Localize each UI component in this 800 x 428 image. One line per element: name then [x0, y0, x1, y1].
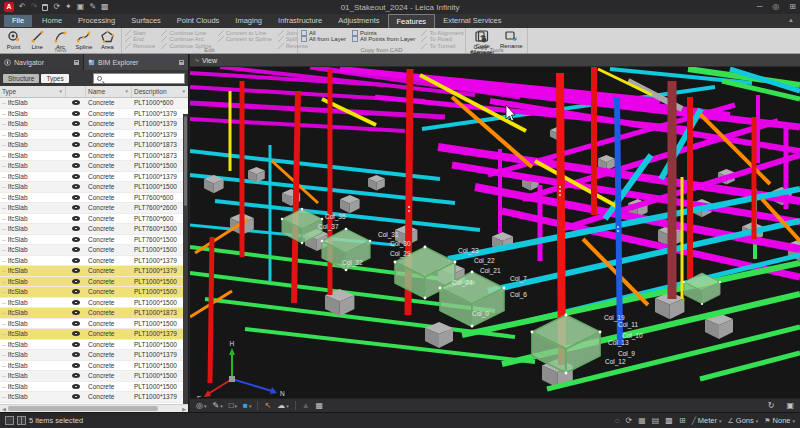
devices-icon[interactable]: ▩: [101, 2, 109, 12]
table-row[interactable]: –IfcSlab Concrete PLT7600*1500: [0, 224, 188, 235]
table-row[interactable]: –IfcSlab Concrete PLT1000*1379: [0, 119, 188, 130]
tab-file[interactable]: File: [4, 15, 32, 27]
table-row[interactable]: –IfcSlab Concrete PLT1000*1379: [0, 130, 188, 141]
table-row[interactable]: –IfcSlab Concrete PLT7600*600: [0, 193, 188, 204]
table-row[interactable]: –IfcSlab Concrete PLT1000*1873: [0, 308, 188, 319]
filter-icon[interactable]: ▼: [57, 89, 63, 94]
vertical-scrollbar[interactable]: [183, 114, 188, 404]
table-row[interactable]: –IfcSlab Concrete PLT1000*1379: [0, 109, 188, 120]
scrollbar-thumb[interactable]: [184, 116, 187, 206]
layers-icon[interactable]: ▩: [665, 416, 673, 425]
layout-button[interactable]: ⊞: [789, 2, 796, 12]
copy-all-button[interactable]: All: [301, 30, 346, 36]
3d-canvas[interactable]: Col_36 Col_37 Col_31 Col_30 Col_29 Col_3…: [190, 67, 800, 398]
filter-icon[interactable]: ▼: [180, 89, 186, 94]
visibility-eye-icon[interactable]: [72, 184, 80, 189]
panel-toggle-icon[interactable]: [5, 416, 14, 425]
table-row[interactable]: –IfcSlab Concrete PLT1000*1500: [0, 361, 188, 372]
tab-imaging[interactable]: Imaging: [227, 14, 270, 28]
visibility-eye-icon[interactable]: [72, 300, 80, 305]
tab-point-clouds[interactable]: Point Clouds: [169, 14, 228, 28]
visibility-eye-icon[interactable]: [72, 384, 80, 389]
minimize-button[interactable]: ─: [757, 2, 763, 12]
tools-icon[interactable]: ✎: [89, 2, 96, 12]
bim-explorer-panel-header[interactable]: BIM Explorer: [84, 54, 188, 70]
point-cloud-button[interactable]: ☁▾: [275, 401, 291, 410]
table-row[interactable]: –IfcSlab Concrete PLT1000*1379: [0, 392, 188, 403]
bim-search-box[interactable]: [93, 73, 185, 84]
column-header-description[interactable]: Description▼: [132, 86, 188, 97]
visibility-eye-icon[interactable]: [72, 174, 80, 179]
visibility-eye-icon[interactable]: [72, 310, 80, 315]
filter-icon[interactable]: ▼: [123, 89, 129, 94]
list-view-icon[interactable]: ▤: [652, 416, 660, 425]
visibility-eye-icon[interactable]: [72, 237, 80, 242]
visibility-eye-icon[interactable]: [72, 268, 80, 273]
end-button[interactable]: End: [125, 37, 155, 43]
ribbon-collapse-icon[interactable]: ▲: [788, 14, 800, 28]
copy-points-button[interactable]: Points: [352, 30, 415, 36]
bim-explorer-pin-icon[interactable]: [179, 60, 184, 65]
visibility-eye-icon[interactable]: [72, 247, 80, 252]
tab-infrastructure[interactable]: Infrastructure: [270, 14, 330, 28]
table-row[interactable]: –IfcSlab Concrete PLT7600*1500: [0, 235, 188, 246]
refresh-icon[interactable]: ⟳: [53, 2, 60, 12]
import-icon[interactable]: ✦: [65, 2, 72, 12]
visibility-eye-icon[interactable]: [72, 226, 80, 231]
visibility-eye-icon[interactable]: [72, 121, 80, 126]
help-button[interactable]: ◎: [772, 2, 779, 12]
column-header-name[interactable]: Name▼: [86, 86, 132, 97]
table-row[interactable]: –IfcSlab Concrete PLT1000*1500: [0, 382, 188, 393]
column-header-visibility[interactable]: [66, 86, 86, 97]
start-button[interactable]: Start: [125, 30, 155, 36]
table-row[interactable]: –IfcSlab Concrete PLT1000*1500: [0, 182, 188, 193]
visibility-eye-icon[interactable]: [72, 153, 80, 158]
table-row[interactable]: –IfcSlab Concrete PLT1000*1500: [0, 161, 188, 172]
orbit-button[interactable]: ↻: [766, 401, 777, 410]
archive-icon[interactable]: ▣: [77, 2, 85, 12]
table-row[interactable]: –IfcSlab Concrete PLT1000*1379: [0, 172, 188, 183]
visibility-eye-icon[interactable]: [72, 163, 80, 168]
visibility-eye-icon[interactable]: [72, 289, 80, 294]
visibility-eye-icon[interactable]: [72, 321, 80, 326]
tab-processing[interactable]: Processing: [70, 14, 123, 28]
visibility-eye-icon[interactable]: [72, 363, 80, 368]
table-row[interactable]: –IfcSlab Concrete PLT1000*1500: [0, 319, 188, 330]
table-row[interactable]: –IfcSlab Concrete PLT1000*1500: [0, 340, 188, 351]
markup-button[interactable]: ✎▾: [211, 401, 225, 410]
visibility-eye-icon[interactable]: [72, 111, 80, 116]
continue-line-button[interactable]: Continue Line: [161, 30, 211, 36]
visibility-eye-icon[interactable]: [72, 342, 80, 347]
visibility-eye-icon[interactable]: [72, 132, 80, 137]
length-unit-dropdown[interactable]: ╱ Meter▾: [692, 416, 722, 425]
tab-external-services[interactable]: External Services: [435, 14, 509, 28]
visibility-eye-icon[interactable]: [72, 394, 80, 399]
scrollbar-thumb[interactable]: [8, 406, 158, 411]
horizontal-scrollbar[interactable]: ◀ ▶: [0, 404, 188, 412]
table-row[interactable]: –IfcSlab Concrete PLT1000*1379: [0, 350, 188, 361]
visibility-eye-icon[interactable]: [72, 279, 80, 284]
table-row[interactable]: –IfcSlab Concrete PLT1000*1500: [0, 371, 188, 382]
tab-adjustments[interactable]: Adjustments: [330, 14, 387, 28]
shading-button[interactable]: ■▾: [241, 401, 253, 410]
to-road-button[interactable]: To Road: [421, 37, 463, 43]
all-from-layer-button[interactable]: All from Layer: [301, 37, 346, 43]
grid-toggle-button[interactable]: ▦: [314, 401, 326, 410]
visibility-eye-icon[interactable]: [72, 331, 80, 336]
visibility-eye-icon[interactable]: [72, 216, 80, 221]
table-row[interactable]: –IfcSlab Concrete PLT1000*1500: [0, 287, 188, 298]
zoom-extents-button[interactable]: ▣: [784, 401, 796, 410]
navigator-panel-header[interactable]: Navigator: [0, 54, 84, 70]
tab-structure[interactable]: Structure: [3, 74, 39, 83]
navigator-pin-icon[interactable]: [74, 60, 79, 65]
table-row[interactable]: –IfcSlab Concrete PLT1000*1873: [0, 140, 188, 151]
visibility-eye-icon[interactable]: [72, 100, 80, 105]
visibility-eye-icon[interactable]: [72, 373, 80, 378]
visibility-eye-icon[interactable]: [72, 258, 80, 263]
terrain-button[interactable]: ▲: [300, 401, 312, 410]
rename-button[interactable]: Rename: [498, 29, 524, 49]
table-row[interactable]: –IfcSlab Concrete PLT1000*1379: [0, 256, 188, 267]
view-settings-button[interactable]: ◎▾: [194, 401, 209, 410]
search-input[interactable]: [104, 75, 174, 82]
cs-dropdown[interactable]: ⚑ None▾: [764, 416, 795, 425]
